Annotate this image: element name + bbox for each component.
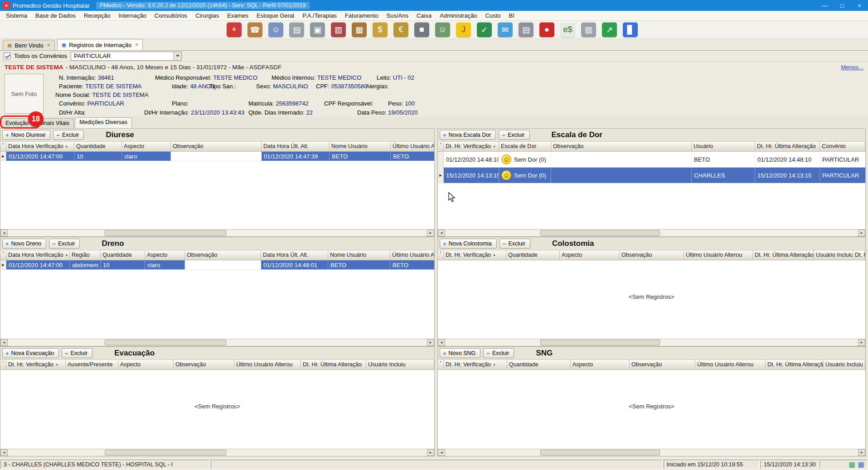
convenio-combobox[interactable]: PARTICULAR (71, 52, 182, 61)
menu-p-a-terapias[interactable]: P.A./Terapias (298, 11, 341, 20)
sng-grid[interactable]: <Sem Registros> (438, 370, 865, 449)
column-header-ausente-presente[interactable]: Ausente/Presente (66, 360, 118, 370)
ambulancia-icon[interactable]: ▣ (310, 22, 325, 37)
menu-exames[interactable]: Exames (223, 11, 252, 20)
table-cell[interactable] (551, 152, 692, 167)
column-header-conv-nio[interactable]: Convênio (820, 142, 865, 152)
urgencia-icon[interactable]: + (227, 22, 242, 37)
escala-excluir-button[interactable]: −Excluir (499, 130, 529, 140)
column-header-usu-rio-incluiu[interactable]: Usuário Incluiu (824, 360, 865, 370)
column-header-aspecto[interactable]: Aspecto (118, 360, 174, 370)
column-header-dt-hr-verifica-o[interactable]: Dt. Hr. Verificação▲ (444, 250, 506, 260)
table-cell[interactable]: 10 (101, 260, 145, 269)
novo-sng-button[interactable]: +Novo SNG (440, 348, 480, 358)
evacuacao-hscrollbar[interactable]: ◄► (0, 449, 434, 456)
menu-caixa[interactable]: Caixa (412, 11, 436, 20)
column-header-nome-usu-rio[interactable]: Nome Usuário (328, 250, 390, 260)
arquivo-icon[interactable]: ▦ (352, 22, 367, 37)
menu-bi[interactable]: BI (505, 11, 519, 20)
table-cell[interactable]: BETO (390, 260, 434, 269)
nova-escala-dor-button[interactable]: +Nova Escala Dor (440, 130, 496, 140)
column-header-dt-hr-ltima-altera-o[interactable]: Dt. Hr. Última Alteração (766, 360, 824, 370)
table-cell[interactable]: PARTICULAR (820, 168, 865, 183)
evacuacao-grid[interactable]: <Sem Registros> (0, 370, 434, 449)
table-row[interactable]: ►01/12/2020 14:47:00abdomem10claro01/12/… (0, 260, 434, 270)
close-icon[interactable]: × (135, 42, 138, 48)
column-header-data-hora-verifica-o[interactable]: Data Hora Verificação▲ (6, 250, 70, 260)
menu-custo[interactable]: Custo (481, 11, 505, 20)
scroll-thumb[interactable] (540, 450, 660, 456)
column-header-ltimo-usu-rio-alterou[interactable]: Último Usuário Alterou (390, 250, 434, 260)
diurese-excluir-button[interactable]: −Excluir (53, 130, 84, 140)
column-header-quantidade[interactable]: Quantidade (74, 142, 122, 152)
chevron-down-icon[interactable] (173, 52, 181, 60)
column-header-observa-o[interactable]: Observação (630, 360, 695, 370)
table-cell[interactable] (171, 152, 262, 161)
table-cell[interactable]: 01/12/2020 14:47:00 (6, 260, 70, 269)
column-header-aspecto[interactable]: Aspecto (145, 250, 185, 260)
impressao-icon[interactable]: ▥ (331, 22, 346, 37)
column-header-aspecto[interactable]: Aspecto (122, 142, 171, 152)
table-cell[interactable] (185, 260, 261, 269)
sng-hscrollbar[interactable]: ◄► (438, 449, 865, 456)
column-header-observa-o[interactable]: Observação (171, 142, 262, 152)
close-button[interactable]: × (851, 0, 868, 11)
column-header-dt-hr-verifica-o[interactable]: Dt. Hr. Verificação▲ (444, 142, 499, 152)
column-header-ltimo-usu-rio-alterou[interactable]: Último Usuário Alterou (391, 142, 434, 152)
dreno-grid[interactable]: ►01/12/2020 14:47:00abdomem10claro01/12/… (0, 260, 434, 339)
table-row[interactable]: ►01/12/2020 14:47:0010claro01/12/2020 14… (0, 152, 434, 161)
table-cell[interactable]: 01/12/2020 14:47:39 (262, 152, 330, 161)
menu-sus-ans[interactable]: Sus/Ans (383, 11, 412, 20)
colostomia-hscrollbar[interactable]: ◄► (438, 339, 865, 346)
column-header-usu-rio-incluiu[interactable]: Usuário Incluiu (814, 250, 853, 260)
agenda-icon[interactable]: ☎ (247, 22, 262, 37)
column-header-aspecto[interactable]: Aspecto (571, 360, 630, 370)
column-header-ltimo-usu-rio-alterou[interactable]: Último Usuário Alterou (695, 360, 766, 370)
grafico-icon[interactable]: ↗ (602, 22, 617, 37)
column-header-nome-usu-rio[interactable]: Nome Usuário (330, 142, 391, 152)
chat-icon[interactable]: ✉ (498, 22, 513, 37)
column-header-ltimo-usu-rio-alterou[interactable]: Último Usuário Alterou (234, 360, 301, 370)
scroll-right-arrow[interactable]: ► (858, 339, 865, 346)
table-cell[interactable]: 01/12/2020 14:47:00 (6, 152, 74, 161)
table-cell[interactable]: BETO (328, 260, 390, 269)
diurese-hscrollbar[interactable]: ◄► (0, 229, 434, 236)
dreno-hscrollbar[interactable]: ◄► (0, 339, 434, 346)
column-header-data-hora-lt-alt[interactable]: Data Hora Últ. Alt. (262, 142, 330, 152)
column-header-quantidade[interactable]: Quantidade (101, 250, 145, 260)
menu-base-de-dados[interactable]: Base de Dados (31, 11, 80, 20)
column-header-observa-o[interactable]: Observação (551, 142, 692, 152)
minimize-button[interactable]: — (816, 0, 834, 11)
table-cell[interactable]: 01/12/2020 14:48:10 (444, 152, 499, 167)
table-cell[interactable]: BETO (330, 152, 391, 161)
column-header-dt-hr-ltima-altera-o[interactable]: Dt. Hr. Última Alteração (301, 360, 366, 370)
column-header-usu-rio-incluiu[interactable]: Usuário Incluiu (366, 360, 434, 370)
column-header-dt-hr-ltima-altera-o[interactable]: Dt. Hr. Última Alteração (755, 142, 820, 152)
column-header-ltimo-usu-rio-alterou[interactable]: Último Usuário Alterou (684, 250, 753, 260)
column-header-usu-rio[interactable]: Usuário (692, 142, 755, 152)
novo-diurese-button[interactable]: +Novo Diurese (2, 130, 50, 140)
scroll-right-arrow[interactable]: ► (858, 230, 865, 236)
relatorio-icon[interactable]: ▤ (519, 22, 533, 37)
table-cell[interactable]: claro (122, 152, 171, 161)
nfe-icon[interactable]: e$ (560, 22, 575, 37)
scroll-left-arrow[interactable]: ◄ (0, 449, 8, 456)
table-cell[interactable]: ☺Sem Dor (0) (499, 152, 551, 167)
column-header-observa-o[interactable]: Observação (174, 360, 234, 370)
menu-administra-o[interactable]: Administração (436, 11, 481, 20)
menos-link[interactable]: Menos... (841, 64, 863, 71)
column-header-dt-h[interactable]: Dt. H (853, 250, 865, 260)
menu-recep-o[interactable]: Recepção (80, 11, 115, 20)
scroll-right-arrow[interactable]: ► (427, 449, 434, 456)
column-header-quantidade[interactable]: Quantidade (506, 250, 560, 260)
scroll-left-arrow[interactable]: ◄ (438, 449, 445, 456)
column-header-data-hora-verifica-o[interactable]: Data Hora Verificação▲ (6, 142, 74, 152)
scroll-left-arrow[interactable]: ◄ (438, 339, 445, 346)
messages-status-icon[interactable]: ▦ (858, 461, 864, 468)
close-icon[interactable]: × (47, 42, 50, 48)
table-cell[interactable]: BETO (692, 152, 755, 167)
sair-icon[interactable]: ● (539, 22, 554, 37)
menu-cirurgias[interactable]: Cirurgias (191, 11, 223, 20)
nova-evacua-o-button[interactable]: +Nova Evacuação (2, 348, 59, 358)
todos-convenios-checkbox[interactable] (4, 53, 10, 59)
